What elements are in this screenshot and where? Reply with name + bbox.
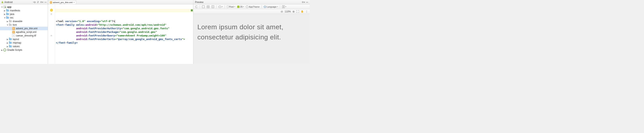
expander-icon[interactable]: ▼ xyxy=(4,17,6,19)
fold-icon[interactable]: ⊟ xyxy=(48,34,55,37)
zoom-fit-button[interactable]: ⛶ xyxy=(296,10,299,13)
tree-item-res[interactable]: ▼ res xyxy=(0,16,48,20)
folder-icon xyxy=(9,20,12,22)
tree-label: font xyxy=(13,24,17,26)
android-icon xyxy=(1,1,4,4)
split-mode[interactable]: ▾ xyxy=(281,5,287,9)
tree-label: caesar_dressing.ttf xyxy=(16,34,36,37)
language-selector[interactable]: Language▾ xyxy=(263,5,279,9)
theme-label: AppTheme xyxy=(249,6,260,8)
device-label: Pixel xyxy=(229,6,234,8)
globe-icon xyxy=(264,6,266,8)
target-icon[interactable]: ⊕ xyxy=(34,1,36,4)
tree-item-values[interactable]: ▶ values xyxy=(0,45,48,48)
zoom-out-button[interactable]: ⊖ xyxy=(281,10,283,13)
expander-icon[interactable]: ▶ xyxy=(6,38,9,40)
api-selector[interactable]: 26▾ xyxy=(236,5,245,9)
expander-icon[interactable]: ▼ xyxy=(6,24,9,26)
separator xyxy=(224,5,225,8)
tab-label: advent_pro_thin.xml xyxy=(53,1,72,4)
zoom-in-button[interactable]: ⊕ xyxy=(292,10,295,13)
code-editor[interactable]: ⊟ ⊟ <?xml version="1.0" encoding="utf-8"… xyxy=(48,4,193,64)
xml-file-icon: <> xyxy=(12,31,15,34)
more-options[interactable]: ⋮ xyxy=(305,10,308,13)
phone-icon xyxy=(227,5,228,8)
xml-file-icon: <> xyxy=(12,27,15,30)
tree-label: java xyxy=(10,13,14,16)
preview-text-line: Lorem ipsum dolor sit amet, xyxy=(197,22,284,32)
gradle-icon xyxy=(4,49,6,51)
theme-selector[interactable]: AppTheme xyxy=(245,5,260,9)
preview-header: Preview ✲▾ ↦ xyxy=(194,0,310,4)
expander-icon[interactable]: ▶ xyxy=(6,45,9,48)
tree-item-mipmap[interactable]: ▶ mipmap xyxy=(0,41,48,45)
bulb-icon[interactable] xyxy=(50,9,53,12)
tree-label: drawable xyxy=(13,20,22,23)
fold-icon[interactable]: ⊟ xyxy=(48,12,55,16)
preview-text-line: consectetur adipisicing elit. xyxy=(197,32,284,42)
text-cursor xyxy=(115,20,115,23)
svg-rect-8 xyxy=(282,6,283,8)
separator xyxy=(200,5,200,8)
device-selector[interactable]: Pixel▾ xyxy=(226,5,236,9)
xml-file-icon: <> xyxy=(50,1,52,4)
language-label: Language xyxy=(267,6,276,8)
svg-rect-2 xyxy=(202,6,204,8)
tree-item-drawable[interactable]: ▶ drawable xyxy=(0,20,48,23)
refresh-button[interactable] xyxy=(194,5,198,9)
project-header: Android ▾ ⊕ ⇵ ✲▾ ↦ xyxy=(0,0,48,4)
preview-toolbar: ▾ Pixel▾ 26▾ AppTheme Language▾ ▾ xyxy=(194,4,310,9)
tree-label: app xyxy=(7,6,11,8)
project-panel: Android ▾ ⊕ ⇵ ✲▾ ↦ ▼ app ▶ manifests xyxy=(0,0,48,64)
folder-icon xyxy=(9,38,12,40)
tree-item-java[interactable]: ▶ java xyxy=(0,12,48,16)
eye-icon xyxy=(218,6,221,8)
project-tree: ▼ app ▶ manifests ▶ java ▼ res xyxy=(0,4,48,53)
layout-mode-1[interactable] xyxy=(201,5,206,9)
expander-icon[interactable]: ▶ xyxy=(6,42,9,44)
expander-icon[interactable]: ▶ xyxy=(6,20,9,23)
font-preview-canvas[interactable]: Lorem ipsum dolor sit amet, consectetur … xyxy=(194,14,310,64)
expander-icon[interactable]: ▶ xyxy=(1,49,3,51)
tree-label: manifests xyxy=(10,9,20,12)
preview-panel: Preview ✲▾ ↦ ▾ Pixel▾ 26▾ AppTheme Langu… xyxy=(194,0,310,64)
pan-button[interactable]: ✋ xyxy=(301,10,304,13)
expander-icon[interactable]: ▼ xyxy=(1,6,3,8)
tree-item-caesar-ttf[interactable]: T caesar_dressing.ttf xyxy=(0,34,48,37)
editor-panel: <> advent_pro_thin.xml × ⊟ ⊟ <?xml versi… xyxy=(48,0,194,64)
folder-icon xyxy=(9,45,12,47)
android-icon xyxy=(237,6,240,8)
tree-label: mipmap xyxy=(13,41,21,44)
tree-item-app[interactable]: ▼ app xyxy=(0,5,48,9)
layout-mode-3[interactable] xyxy=(211,5,215,9)
separator xyxy=(262,5,262,8)
tree-item-manifests[interactable]: ▶ manifests xyxy=(0,9,48,12)
folder-icon xyxy=(6,17,9,19)
gear-icon[interactable]: ✲▾ xyxy=(302,1,305,4)
separator xyxy=(216,5,216,8)
expander-icon[interactable]: ▶ xyxy=(4,13,6,15)
folder-icon xyxy=(9,42,12,44)
preview-text: Lorem ipsum dolor sit amet, consectetur … xyxy=(197,22,284,42)
hide-icon[interactable]: ↦ xyxy=(44,1,46,4)
hide-icon[interactable]: ↦ xyxy=(306,1,308,4)
view-options[interactable]: ▾ xyxy=(218,5,224,9)
settings-icon[interactable]: ✲▾ xyxy=(40,1,43,4)
layout-mode-2[interactable] xyxy=(206,5,210,9)
zoom-toolbar: ⊖ 110% ⊕ ⛶ ✋ ⋮ xyxy=(194,9,310,14)
folder-icon xyxy=(9,24,12,26)
project-view-name[interactable]: Android xyxy=(4,1,33,4)
close-icon[interactable]: × xyxy=(73,1,75,4)
ttf-file-icon: T xyxy=(12,34,15,37)
tree-label: aguafina_script.xml xyxy=(16,31,36,34)
tree-item-font[interactable]: ▼ font xyxy=(0,23,48,27)
collapse-icon[interactable]: ⇵ xyxy=(37,1,39,4)
tree-item-layout[interactable]: ▶ layout xyxy=(0,37,48,41)
folder-icon xyxy=(6,10,9,12)
tree-item-gradle[interactable]: ▶ Gradle Scripts xyxy=(0,48,48,52)
tree-item-advent-xml[interactable]: <> advent_pro_thin.xml xyxy=(0,27,48,30)
tree-label: values xyxy=(13,45,20,48)
expander-icon[interactable]: ▶ xyxy=(4,10,6,12)
tree-item-aguafina-xml[interactable]: <> aguafina_script.xml xyxy=(0,30,48,34)
editor-tab-advent[interactable]: <> advent_pro_thin.xml × xyxy=(48,0,76,4)
